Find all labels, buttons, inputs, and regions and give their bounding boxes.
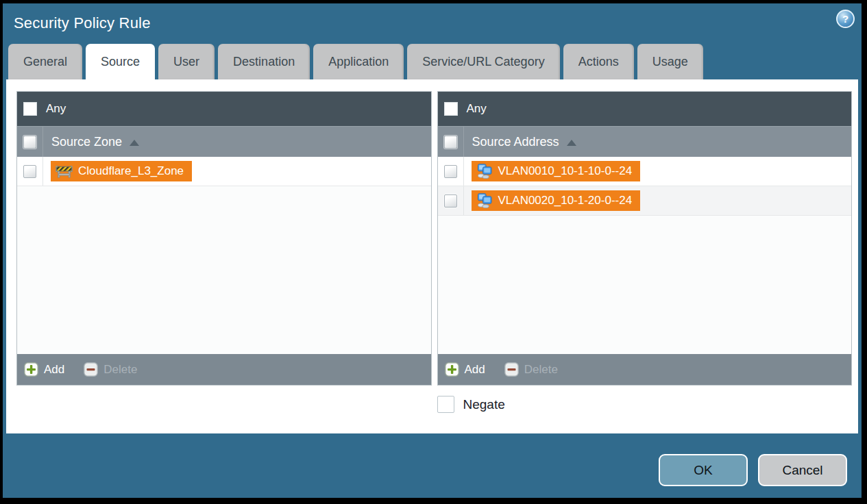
delete-icon: [504, 362, 519, 377]
list-item[interactable]: VLAN0020_10-1-20-0--24: [438, 186, 852, 216]
object-chip[interactable]: VLAN0020_10-1-20-0--24: [472, 190, 641, 211]
dialog-titlebar: Security Policy Rule ?: [3, 3, 862, 43]
tab-usage[interactable]: Usage: [637, 44, 703, 79]
tab-bar: GeneralSourceUserDestinationApplicationS…: [3, 43, 862, 79]
negate-row: Negate: [16, 396, 852, 413]
negate-control: Negate: [437, 396, 853, 413]
add-label: Add: [465, 363, 485, 377]
source-zone-any-header: Any: [17, 92, 431, 126]
sort-asc-icon: [567, 140, 576, 146]
list-item[interactable]: VLAN0010_10-1-10-0--24: [438, 157, 852, 186]
add-icon: [24, 362, 38, 377]
source-zone-list: Cloudflare_L3_Zone: [17, 157, 431, 354]
tab-service-url-category[interactable]: Service/URL Category: [407, 44, 559, 79]
object-chip[interactable]: Cloudflare_L3_Zone: [51, 161, 192, 181]
security-policy-rule-dialog: Security Policy Rule ? GeneralSourceUser…: [3, 3, 862, 498]
list-item[interactable]: Cloudflare_L3_Zone: [17, 157, 431, 186]
row-checkbox[interactable]: [23, 165, 36, 178]
source-zone-add-button[interactable]: Add: [24, 362, 64, 377]
tab-application[interactable]: Application: [313, 44, 404, 79]
help-icon[interactable]: ?: [836, 10, 855, 28]
object-chip[interactable]: VLAN0010_10-1-10-0--24: [472, 161, 641, 181]
address-icon: [476, 193, 493, 208]
row-checkbox[interactable]: [444, 194, 457, 207]
source-address-panel: Any Source Address VLAN0010_10-1-10-0--2…: [437, 91, 853, 386]
dialog-footer: OK Cancel: [3, 454, 862, 486]
source-zone-delete-button[interactable]: Delete: [84, 362, 137, 377]
tab-source[interactable]: Source: [86, 44, 155, 79]
negate-checkbox[interactable]: [437, 396, 454, 413]
source-address-add-button[interactable]: Add: [445, 362, 485, 377]
object-name: Cloudflare_L3_Zone: [78, 164, 184, 178]
source-zone-any-checkbox[interactable]: [23, 102, 37, 116]
tab-user[interactable]: User: [158, 44, 215, 79]
object-name: VLAN0010_10-1-10-0--24: [498, 164, 633, 178]
source-address-any-checkbox[interactable]: [444, 102, 458, 116]
source-address-any-label: Any: [467, 102, 487, 116]
source-zone-panel-footer: Add Delete: [17, 354, 431, 385]
source-zone-select-all-checkbox[interactable]: [23, 136, 36, 149]
source-zone-column-title[interactable]: Source Zone: [51, 135, 122, 149]
source-address-select-all-checkbox[interactable]: [444, 136, 457, 149]
negate-spacer: [16, 396, 432, 413]
dialog-body: Any Source Zone Cloudflare_L3_Zone: [6, 79, 858, 433]
object-name: VLAN0020_10-1-20-0--24: [498, 194, 633, 207]
tab-actions[interactable]: Actions: [563, 44, 634, 79]
negate-label: Negate: [463, 397, 505, 412]
cancel-button[interactable]: Cancel: [758, 454, 847, 486]
add-label: Add: [44, 363, 64, 377]
ok-button[interactable]: OK: [659, 454, 748, 486]
source-address-any-header: Any: [438, 92, 852, 126]
sort-asc-icon: [130, 140, 139, 146]
source-address-delete-button[interactable]: Delete: [504, 362, 558, 377]
add-icon: [445, 362, 459, 377]
source-address-panel-footer: Add Delete: [438, 354, 852, 385]
screen: Security Policy Rule ? GeneralSourceUser…: [0, 0, 867, 504]
delete-icon: [84, 362, 98, 377]
panels-container: Any Source Zone Cloudflare_L3_Zone: [16, 91, 852, 386]
row-checkbox[interactable]: [444, 165, 457, 178]
delete-label: Delete: [524, 363, 558, 377]
source-address-list: VLAN0010_10-1-10-0--24 VLAN0020_10-1-20-…: [438, 157, 852, 354]
page-title: Security Policy Rule: [14, 14, 151, 32]
source-zone-column-header: Source Zone: [17, 126, 431, 157]
source-zone-panel: Any Source Zone Cloudflare_L3_Zone: [16, 91, 432, 386]
source-zone-any-label: Any: [46, 102, 66, 116]
source-address-column-header: Source Address: [438, 126, 852, 157]
source-address-column-title[interactable]: Source Address: [472, 135, 559, 149]
zone-icon: [56, 164, 73, 178]
delete-label: Delete: [103, 363, 137, 377]
tab-general[interactable]: General: [8, 44, 82, 79]
address-icon: [476, 164, 493, 179]
tab-destination[interactable]: Destination: [218, 44, 310, 79]
